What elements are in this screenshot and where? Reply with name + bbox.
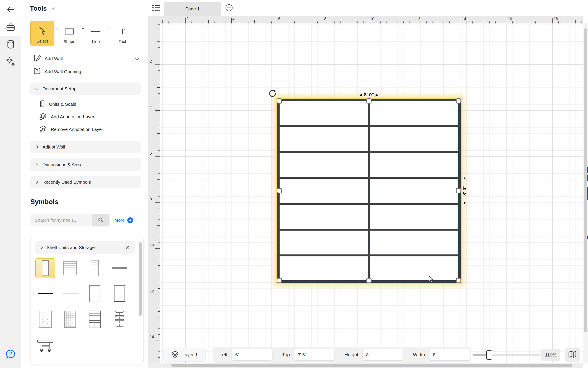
symbol-panel-scrollbar[interactable]: [139, 242, 142, 316]
resize-handle-w[interactable]: [277, 188, 282, 193]
section-adjust-wall[interactable]: Adjust Wall: [30, 141, 141, 153]
right-edge-tab: [587, 187, 588, 200]
layer-chip[interactable]: Layer-1: [164, 348, 205, 361]
remove-annotation-layer-label: Remove Annotation Layer: [51, 127, 103, 132]
top-field-label: Top: [282, 352, 290, 358]
right-edge-tab: [587, 167, 588, 173]
section-document-setup[interactable]: Document Setup: [30, 83, 141, 95]
rail-item-tools[interactable]: [0, 19, 21, 36]
pages-list-icon: [152, 5, 160, 12]
resize-handle-s[interactable]: [366, 278, 371, 283]
select-dropdown-chevron[interactable]: [55, 26, 58, 29]
resize-handle-nw[interactable]: [277, 98, 282, 104]
units-scale-item[interactable]: Units & Scale: [39, 99, 138, 110]
symbol-double-wide-shelving[interactable]: [60, 258, 80, 278]
symbol-storage-cabinet[interactable]: [85, 284, 105, 304]
shelf-cells: [280, 101, 458, 280]
line-dropdown-chevron[interactable]: [108, 26, 111, 29]
add-annotation-layer-item[interactable]: Add Annotation Layer: [39, 111, 138, 122]
zoom-slider-thumb[interactable]: [486, 350, 492, 360]
document-setup-label: Document Setup: [43, 86, 76, 92]
recently-used-symbols-chevron: [35, 181, 38, 184]
symbol-work-table[interactable]: [35, 335, 55, 355]
rail-item-data[interactable]: [0, 36, 21, 53]
line-icon: [91, 27, 101, 36]
symbol-vertical-shelf-unit[interactable]: [35, 258, 55, 278]
symbol-group-panel: Shelf Units and Storage ✕: [30, 237, 144, 365]
panel-title: Tools: [30, 5, 47, 12]
arrow-left-icon: ◀: [360, 93, 362, 97]
back-arrow-icon: [7, 6, 15, 13]
units-scale-label: Units & Scale: [49, 101, 76, 107]
more-symbols-link[interactable]: More +: [114, 217, 133, 223]
ruler-icon: [39, 100, 45, 109]
arrow-right-icon: ▶: [376, 93, 378, 97]
horizontal-scrollbar[interactable]: [148, 363, 583, 368]
tools-panel: Tools Select Shape Lin: [21, 0, 148, 368]
tab-page-1[interactable]: Page 1: [164, 2, 221, 16]
back-button[interactable]: [0, 0, 21, 19]
zoom-slider[interactable]: [473, 351, 541, 359]
shape-dropdown-chevron[interactable]: [82, 26, 85, 29]
minimap-button[interactable]: [565, 348, 580, 362]
height-field-input[interactable]: [363, 349, 403, 360]
resize-handle-sw[interactable]: [277, 278, 282, 283]
add-wall-opening-button[interactable]: Add Wall Opening: [33, 67, 138, 76]
section-dimensions-area[interactable]: Dimensions & Area: [30, 158, 141, 171]
right-edge-tab: [587, 236, 588, 239]
text-tool-button[interactable]: T Text: [111, 21, 134, 46]
add-wall-label: Add Wall: [45, 56, 63, 61]
symbol-group-chevron: [40, 246, 43, 249]
dimensions-area-label: Dimensions & Area: [43, 162, 81, 167]
search-button[interactable]: [92, 214, 110, 226]
left-field-input[interactable]: [232, 349, 272, 360]
symbol-storage-cabinet-backed[interactable]: [110, 284, 130, 304]
remove-annotation-layer-item[interactable]: Remove Annotation Layer: [39, 124, 138, 135]
scrollbar-corner: [583, 363, 588, 368]
more-label: More: [114, 218, 125, 223]
symbol-wall-shelf-gray-thick[interactable]: [110, 258, 130, 278]
symbol-wire-rack[interactable]: [60, 309, 80, 329]
section-recently-used-symbols[interactable]: Recently Used Symbols: [30, 176, 141, 188]
rail-item-ai[interactable]: [0, 53, 21, 69]
arrow-up-icon: ▲: [463, 176, 466, 180]
resize-handle-se[interactable]: [456, 278, 461, 283]
add-wall-chevron[interactable]: [135, 57, 139, 61]
resize-handle-ne[interactable]: [456, 98, 461, 104]
select-tool-button[interactable]: Select: [30, 21, 54, 46]
chevron-down-icon[interactable]: [51, 6, 55, 10]
text-tool-label: Text: [119, 39, 126, 44]
help-button[interactable]: [6, 349, 16, 359]
rotate-handle-icon[interactable]: [268, 89, 277, 99]
symbol-single-column-shelving[interactable]: [85, 258, 105, 278]
close-icon[interactable]: ✕: [126, 245, 130, 250]
horizontal-ruler: 24681012141618: [160, 16, 583, 23]
page-tab-bar: Page 1: [148, 0, 588, 16]
pages-list-button[interactable]: [151, 3, 161, 13]
symbol-wall-shelf-black[interactable]: [35, 284, 55, 304]
symbol-pegboard[interactable]: [35, 309, 55, 329]
left-rail: [0, 0, 21, 368]
line-tool-button[interactable]: Line: [85, 21, 107, 46]
rectangle-icon: [64, 27, 74, 36]
drawing-grid[interactable]: ◀ 8' 0" ▶ ▲ 8' 0" ▼: [160, 23, 583, 363]
symbol-shelf-with-drawers[interactable]: [85, 309, 105, 329]
resize-handle-n[interactable]: [366, 98, 371, 104]
top-field-input[interactable]: [294, 349, 334, 360]
add-wall-button[interactable]: Add Wall: [33, 54, 138, 63]
symbol-display-stand[interactable]: [110, 309, 130, 329]
height-field-label: Height: [344, 352, 358, 358]
selected-shelf-shape[interactable]: ◀ 8' 0" ▶ ▲ 8' 0" ▼: [277, 99, 461, 283]
symbol-wall-shelf-thin[interactable]: [60, 284, 80, 304]
left-field-label: Left: [219, 352, 228, 358]
add-page-button[interactable]: [225, 4, 234, 13]
symbol-group-header[interactable]: Shelf Units and Storage ✕: [35, 241, 135, 254]
shape-tool-button[interactable]: Shape: [58, 21, 81, 46]
symbol-search-input[interactable]: [30, 214, 92, 226]
resize-handle-e[interactable]: [456, 188, 461, 193]
width-field-label: Width: [413, 352, 425, 358]
zoom-level-badge[interactable]: 110%: [541, 349, 560, 361]
horizontal-scrollbar-thumb[interactable]: [171, 364, 572, 367]
layers-icon: [171, 350, 179, 359]
width-field-input[interactable]: [430, 349, 470, 360]
